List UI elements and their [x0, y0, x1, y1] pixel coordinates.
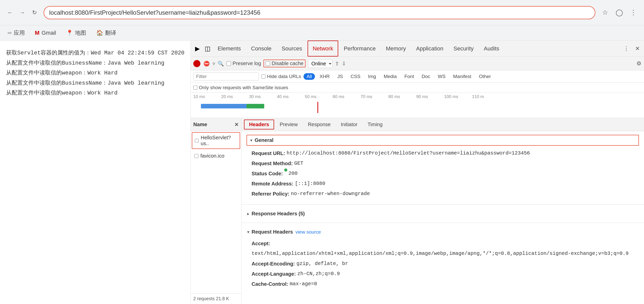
filter-tag-js[interactable]: JS — [334, 73, 346, 80]
search-icon[interactable]: 🔍 — [218, 61, 224, 67]
timeline-area: 10 ms 20 ms 30 ms 40 ms 50 ms 60 ms 70 m… — [191, 93, 644, 118]
hide-data-urls-checkbox[interactable]: Hide data URLs — [261, 74, 301, 79]
timeline-bar-green — [247, 104, 264, 108]
settings-icon[interactable]: ⚙ — [636, 60, 641, 67]
content-line-3: 从配置文件中读取信的weapon：Work Hard — [6, 68, 184, 78]
apps-label: 应用 — [14, 29, 25, 37]
tab-sources[interactable]: Sources — [277, 41, 307, 56]
status-code-row: Status Code: 200 — [252, 168, 639, 179]
devtools-panel: ▶ ◫ Elements Console Sources Network Per… — [191, 41, 644, 304]
sub-tab-headers[interactable]: Headers — [244, 120, 274, 129]
clear-button[interactable]: ⛔ — [203, 60, 210, 67]
divider-2 — [241, 223, 644, 223]
filter-icon[interactable]: ▿ — [213, 61, 215, 67]
maps-toolbar-item[interactable]: 📍 地图 — [64, 28, 89, 38]
request-method-row: Request Method: GET — [252, 158, 639, 168]
content-line-4: 从配置文件中读取信的BusinessName：Java Web learning — [6, 78, 184, 88]
url-bar[interactable]: localhost:8080/FirstProject/HelloServlet… — [44, 6, 595, 19]
url-text: localhost:8080/FirstProject/HelloServlet… — [49, 9, 260, 16]
translate-toolbar-item[interactable]: 🏠 翻译 — [94, 28, 119, 38]
apps-icon[interactable]: ▫▫ 应用 — [5, 28, 27, 38]
throttle-select[interactable]: Online — [308, 59, 332, 68]
filter-tag-media[interactable]: Media — [381, 73, 400, 80]
profile-icon[interactable]: ◯ — [614, 7, 625, 18]
download-icon[interactable]: ⇩ — [342, 61, 346, 67]
filter-tag-all[interactable]: All — [304, 73, 315, 80]
tab-performance[interactable]: Performance — [339, 41, 380, 56]
close-details-icon[interactable]: ✕ — [234, 122, 239, 128]
filter-tags-group: All XHR JS CSS Img Media Font Doc WS Man… — [304, 73, 494, 80]
tab-security[interactable]: Security — [449, 41, 478, 56]
filter-tag-doc[interactable]: Doc — [419, 73, 433, 80]
tab-elements[interactable]: Elements — [213, 41, 245, 56]
general-section-content: Request URL: http://localhost:8080/First… — [247, 147, 639, 200]
filter-tag-manifest[interactable]: Manifest — [450, 73, 475, 80]
page-content-area: 获取Servlet容器的属性的值为：Wed Mar 04 22:24:59 CS… — [0, 41, 191, 304]
view-source-link[interactable]: view source — [295, 229, 321, 235]
name-column-header: Name ✕ — [191, 118, 241, 131]
back-button[interactable]: ← — [5, 8, 15, 18]
divider-1 — [241, 204, 644, 205]
timeline-bar-blue — [201, 104, 247, 108]
sub-tab-initiator[interactable]: Initiator — [336, 120, 362, 129]
response-headers-section: ► Response Headers (5) — [241, 206, 644, 221]
network-toolbar: ⛔ ▿ 🔍 Preserve log Disable cache Online … — [191, 57, 644, 70]
requests-footer: 2 requests 21.8 K — [191, 293, 241, 304]
request-item-helloservlet[interactable]: HelloServlet?us.. — [192, 132, 240, 149]
content-line-1: 获取Servlet容器的属性的值为：Wed Mar 04 22:24:59 CS… — [6, 48, 184, 58]
name-panel: Name ✕ HelloServlet?us.. favicon.ico 2 r… — [191, 118, 241, 304]
triangle-icon: ▼ — [250, 138, 253, 142]
tab-audits[interactable]: Audits — [479, 41, 504, 56]
remote-address-row: Remote Address: [::1]:8080 — [252, 179, 639, 189]
tab-console[interactable]: Console — [247, 41, 276, 56]
details-panel[interactable]: Headers Preview Response Initiator Timin… — [241, 118, 644, 304]
filter-tag-css[interactable]: CSS — [348, 73, 364, 80]
disable-cache-checkbox[interactable]: Disable cache — [263, 60, 306, 67]
sub-tab-response[interactable]: Response — [303, 120, 335, 129]
content-line-5: 从配置文件中读取信的weapon：Work Hard — [6, 88, 184, 98]
request-headers-content: Accept: text/html,application/xhtml+xml,… — [247, 237, 639, 291]
more-tabs-icon[interactable]: ⋮ — [622, 44, 631, 53]
sub-tabs-bar: Headers Preview Response Initiator Timin… — [241, 118, 644, 131]
translate-label: 翻译 — [105, 29, 116, 37]
upload-icon[interactable]: ⇧ — [335, 61, 339, 67]
forward-button[interactable]: → — [17, 8, 27, 18]
samesite-checkbox[interactable]: Only show requests with SameSite issues — [193, 85, 288, 90]
record-button[interactable] — [193, 60, 200, 67]
accept-row: Accept: text/html,application/xhtml+xml,… — [252, 238, 639, 259]
devtools-tabbar: ▶ ◫ Elements Console Sources Network Per… — [191, 41, 644, 57]
close-devtools-icon[interactable]: ✕ — [633, 44, 642, 53]
device-toolbar-icon[interactable]: ◫ — [203, 44, 212, 53]
bookmark-icon[interactable]: ☆ — [599, 7, 611, 18]
filter-tag-ws[interactable]: WS — [435, 73, 449, 80]
tab-memory[interactable]: Memory — [381, 41, 410, 56]
filter-tag-font[interactable]: Font — [401, 73, 417, 80]
preserve-log-checkbox[interactable]: Preserve log — [226, 61, 261, 66]
response-headers-header[interactable]: ► Response Headers (5) — [247, 209, 639, 219]
status-dot-green — [284, 168, 287, 172]
filter-tag-img[interactable]: Img — [365, 73, 379, 80]
tab-network[interactable]: Network — [308, 41, 338, 56]
samesite-bar: Only show requests with SameSite issues — [191, 83, 644, 93]
request-headers-section: ▼ Request Headers view source Accept: te… — [241, 224, 644, 293]
filter-tag-xhr[interactable]: XHR — [316, 73, 333, 80]
sub-tab-timing[interactable]: Timing — [363, 120, 387, 129]
filter-bar: Hide data URLs All XHR JS CSS Img Media … — [191, 70, 644, 83]
accept-encoding-row: Accept-Encoding: gzip, deflate, br — [252, 259, 639, 269]
inspect-element-icon[interactable]: ▶ — [193, 44, 202, 53]
cache-control-row: Cache-Control: max-age=0 — [252, 279, 639, 289]
filter-tag-other[interactable]: Other — [476, 73, 494, 80]
general-section: ▼ General Request URL: http://localhost:… — [241, 131, 644, 203]
content-line-2: 从配置文件中读取信的BusinessName：Java Web learning — [6, 58, 184, 68]
request-item-favicon[interactable]: favicon.ico — [192, 151, 240, 161]
reload-button[interactable]: ↻ — [29, 8, 40, 18]
tab-application[interactable]: Application — [411, 41, 448, 56]
sub-tab-preview[interactable]: Preview — [275, 120, 302, 129]
gmail-toolbar-item[interactable]: M Gmail — [32, 29, 59, 37]
request-url-row: Request URL: http://localhost:8080/First… — [252, 148, 639, 158]
referrer-policy-row: Referrer Policy: no-referrer-when-downgr… — [252, 189, 639, 199]
filter-input[interactable] — [193, 72, 259, 81]
menu-icon[interactable]: ⋮ — [628, 7, 639, 18]
general-section-header[interactable]: ▼ General — [247, 135, 639, 146]
accept-language-row: Accept-Language: zh-CN,zh;q=0.9 — [252, 269, 639, 279]
